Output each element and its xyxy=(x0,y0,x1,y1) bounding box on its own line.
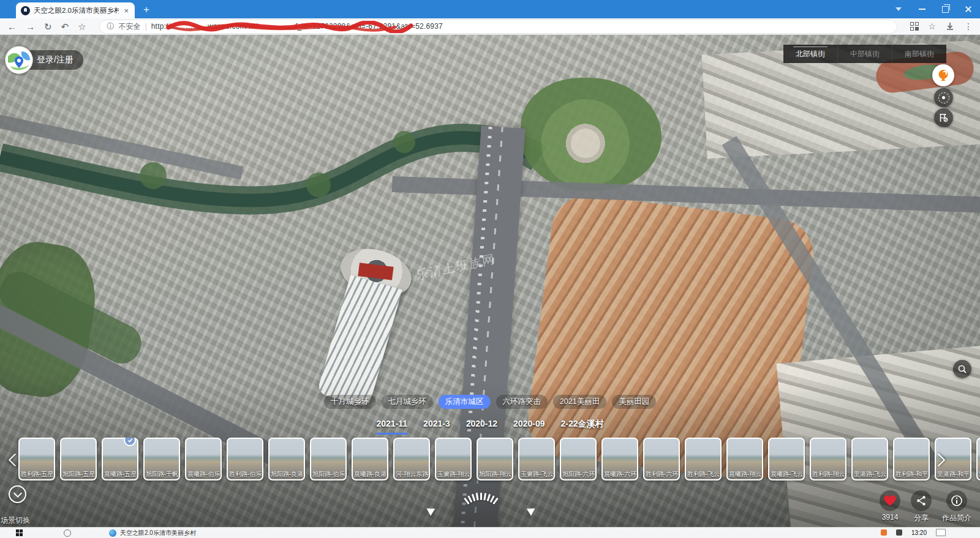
date-tab-jinxi[interactable]: 2-22金溪村 xyxy=(560,419,603,435)
download-icon[interactable] xyxy=(945,21,955,31)
taskbar-clock[interactable]: 13:20 xyxy=(911,529,927,536)
window-menu-button[interactable] xyxy=(887,0,910,18)
scene-switch-label: 场景切换 xyxy=(1,515,30,526)
window-minimize-button[interactable] xyxy=(910,0,933,18)
url-start: http xyxy=(151,22,164,31)
window-controls xyxy=(887,0,980,18)
thumbnail-item[interactable]: 胜利路-和平 xyxy=(893,438,930,480)
start-button[interactable] xyxy=(16,529,23,536)
heart-icon xyxy=(883,495,897,507)
panorama-platform-button[interactable] xyxy=(932,64,954,86)
thumbnail-item[interactable]: 旭阳路-伯乐 xyxy=(310,438,347,480)
thumbnail-item[interactable]: 玉箫路-翔云 xyxy=(435,438,472,480)
zoom-search-button[interactable] xyxy=(953,360,971,378)
thumbnail-item[interactable]: 胜利路-翔云 xyxy=(810,438,846,480)
thumbnail-prev-button[interactable] xyxy=(7,451,20,469)
gyroscope-icon xyxy=(938,92,949,103)
info-icon[interactable]: ⓘ xyxy=(107,21,115,32)
thumbnail-label: 玉箫路-翔云 xyxy=(437,470,470,479)
thumbnail-item[interactable]: 河-翔云东路 xyxy=(393,438,430,480)
thumbnail-item-selected[interactable]: 晨曦路-五星 xyxy=(102,438,138,480)
scene-tab-july-ring[interactable]: 七月城乡环 xyxy=(381,395,433,409)
window-close-button[interactable] xyxy=(957,0,980,18)
thumbnail-label: 晨曦路-飞云 xyxy=(771,470,804,479)
thumbnail-item[interactable]: 旭阳路-翔云 xyxy=(477,438,513,480)
thumbnail-next-button[interactable] xyxy=(933,451,946,469)
thumbnail-item[interactable]: 晨曦路-良港 xyxy=(352,438,388,480)
scene-tab-2021-beautiful[interactable]: 2021美丽田 xyxy=(553,395,606,409)
thumbnail-item[interactable]: 晨曦路-飞云 xyxy=(768,438,805,480)
panorama-camera-icon xyxy=(936,68,951,83)
browser-menu-icon[interactable]: ⋮ xyxy=(964,21,973,31)
reload-button[interactable]: ↻ xyxy=(44,22,52,31)
like-button[interactable]: 3914 xyxy=(880,490,900,523)
tray-icon-orange[interactable] xyxy=(881,529,887,536)
selected-check-icon xyxy=(124,438,136,446)
gyroscope-button[interactable] xyxy=(934,88,953,107)
scene-tab-city-area[interactable]: 乐清市城区 xyxy=(439,395,491,409)
forward-button[interactable]: → xyxy=(26,22,35,31)
taskbar-search-icon[interactable] xyxy=(64,529,71,537)
scene-tab-ring-road[interactable]: 六环路突击 xyxy=(496,395,548,409)
thumbnail-item[interactable]: 胜利路-五星 xyxy=(18,438,55,480)
thumbnail-item[interactable]: 胜利路-六环 xyxy=(643,438,680,480)
thumbnail-label: 胜利路-六环 xyxy=(646,470,679,479)
tray-icon-dark[interactable] xyxy=(896,529,902,536)
thumbnail-label: 旭阳路-六环 xyxy=(562,470,595,479)
thumbnail-label: 河-翔云东路 xyxy=(396,470,429,479)
back-button[interactable]: ← xyxy=(7,22,17,31)
date-tab-2021-3[interactable]: 2021-3 xyxy=(423,419,450,435)
thumbnail-item[interactable]: 里港路-飞云 xyxy=(976,438,980,480)
about-button[interactable]: 作品简介 xyxy=(942,490,971,523)
scene-switch-button[interactable] xyxy=(9,485,26,503)
compass-right-arrow-icon xyxy=(524,505,535,516)
qr-code-icon[interactable] xyxy=(910,22,919,31)
bookmark-star-button[interactable]: ☆ xyxy=(78,22,86,31)
toolbar-star-icon[interactable]: ☆ xyxy=(928,21,936,31)
scene-category-bar: 十月城乡环 七月城乡环 乐清市城区 六环路突击 2021美丽田 美丽田园 xyxy=(324,395,656,409)
hotspot-flag-button[interactable] xyxy=(934,108,953,127)
thumbnail-item[interactable]: 晨曦路-翔云 xyxy=(726,438,763,480)
thumbnail-label: 玉箫路-飞云 xyxy=(521,470,554,479)
thumbnail-label: 旭阳路-千帆 xyxy=(146,470,179,479)
thumbnail-item[interactable]: 旭阳路-良港 xyxy=(268,438,305,480)
compass-left-arrow-icon xyxy=(426,505,437,516)
history-button[interactable]: ↶ xyxy=(61,22,69,31)
thumbnail-label: 胜利路-翔云 xyxy=(812,470,845,479)
compass-heading-dial[interactable] xyxy=(426,490,536,526)
taskbar-app-button[interactable]: 天空之眼2.0乐清市美丽乡村 xyxy=(109,529,196,537)
browser-tab[interactable]: 天空之眼2.0乐清市美丽乡村数字 × xyxy=(16,2,135,18)
date-tab-2021-11[interactable]: 2021-11 xyxy=(376,419,407,435)
notification-center-button[interactable] xyxy=(936,529,946,536)
thumbnail-item[interactable]: 胜利路-伯乐 xyxy=(227,438,263,480)
login-register-button[interactable]: 登录/注册 xyxy=(5,46,83,74)
region-tab-north[interactable]: 北部镇街 xyxy=(783,45,837,63)
thumbnail-item[interactable]: 旭阳路-六环 xyxy=(560,438,597,480)
browser-titlebar: 天空之眼2.0乐清市美丽乡村数字 × + xyxy=(0,0,980,18)
scene-tab-october-ring[interactable]: 十月城乡环 xyxy=(324,395,376,409)
thumbnail-item[interactable]: 里港路-飞云 xyxy=(851,438,888,480)
thumbnail-label: 晨曦路-五星 xyxy=(104,470,137,479)
window-restore-button[interactable] xyxy=(933,0,957,18)
map-avatar-icon xyxy=(5,46,33,74)
url-field[interactable]: ⓘ 不安全 | http://……………wasee.com/wt/……………f_… xyxy=(99,20,898,34)
magnifier-icon xyxy=(957,364,967,374)
region-tab-central[interactable]: 中部镇街 xyxy=(837,45,892,63)
thumbnail-item[interactable]: 晨曦路-伯乐 xyxy=(185,438,222,480)
thumbnail-item[interactable]: 旭阳路-千帆 xyxy=(143,438,180,480)
region-tab-south[interactable]: 南部镇街 xyxy=(892,45,946,63)
thumbnail-item[interactable]: 玉箫路-飞云 xyxy=(518,438,555,480)
thumbnail-item[interactable]: 旭阳路-五星 xyxy=(60,438,97,480)
url-end: atv=52.6937 xyxy=(401,22,443,31)
thumbnail-label: 晨曦路-伯乐 xyxy=(187,470,221,479)
share-button[interactable]: 分享 xyxy=(911,490,932,523)
new-tab-button[interactable]: + xyxy=(143,4,149,16)
likes-count: 3914 xyxy=(882,513,899,521)
date-tab-2020-12[interactable]: 2020-12 xyxy=(466,419,497,435)
tab-close-icon[interactable]: × xyxy=(123,6,130,15)
taskbar-app-title: 天空之眼2.0乐清市美丽乡村 xyxy=(120,529,196,537)
scene-tab-beautiful-countryside[interactable]: 美丽田园 xyxy=(612,395,656,409)
thumbnail-item[interactable]: 晨曦路-六环 xyxy=(601,438,638,480)
date-tab-2020-09[interactable]: 2020-09 xyxy=(513,419,545,435)
thumbnail-item[interactable]: 胜利路-飞云 xyxy=(685,438,722,480)
